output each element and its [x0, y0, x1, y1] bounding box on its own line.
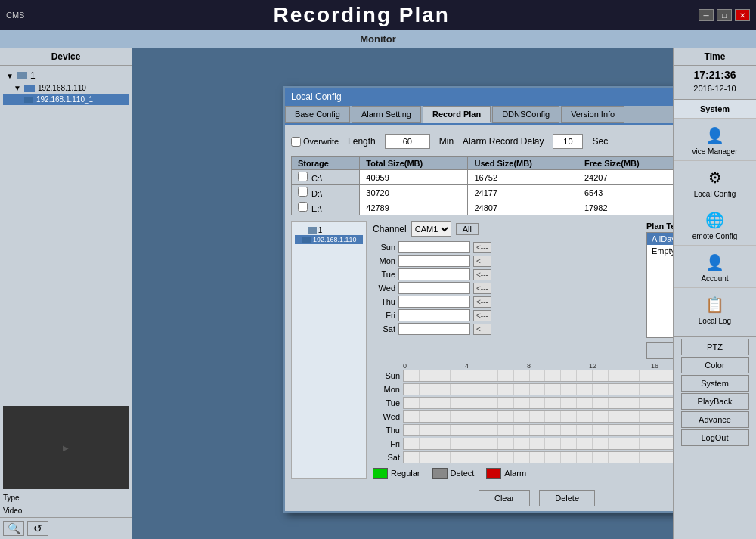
- sidebar-preview: ▶: [3, 406, 129, 489]
- local-log-label: Local Log: [699, 317, 731, 325]
- dialog-title-label: Local Config: [291, 91, 342, 102]
- wed-bar[interactable]: [398, 282, 470, 294]
- time-display: 17:21:36: [674, 66, 756, 84]
- col-total: Total Size(MB): [360, 157, 468, 170]
- legend-detect-color: [432, 468, 448, 479]
- length-input[interactable]: [385, 134, 430, 149]
- overwrite-checkbox-label[interactable]: Overwrite: [291, 137, 339, 147]
- color-button[interactable]: Color: [681, 357, 749, 373]
- advance-button[interactable]: Advance: [681, 411, 749, 428]
- account-icon: 👤: [703, 250, 727, 274]
- plan-section: Channel CAM1 CAM2 CAM3 CAM4 All: [373, 221, 673, 359]
- right-menu-local-log[interactable]: 📋 Local Log: [674, 288, 756, 330]
- timeline-row-wed: Wed: [373, 410, 673, 423]
- clear-button[interactable]: Clear: [479, 490, 530, 506]
- day-row-tue: Tue <---: [373, 268, 640, 280]
- top-controls: Overwrite Length Min Alarm Record Delay …: [291, 131, 673, 152]
- ptz-button[interactable]: PTZ: [681, 339, 749, 355]
- channel-select[interactable]: CAM1 CAM2 CAM3 CAM4: [411, 221, 451, 237]
- sat-arrow[interactable]: <---: [473, 324, 491, 335]
- col-free: Free Size(MB): [578, 157, 673, 170]
- refresh-button[interactable]: ↺: [27, 521, 48, 536]
- timeline-bar-thu[interactable]: [403, 424, 673, 436]
- length-label: Length: [348, 136, 376, 147]
- remote-config-label: emote Config: [692, 232, 737, 240]
- dtree-item-dvr[interactable]: 192.168.1.110: [295, 235, 363, 244]
- day-row-fri: Fri <---: [373, 309, 640, 321]
- timeline-container: 0 4 8 12 16 20 24 SunMonTueWedThuFriSat: [373, 362, 673, 479]
- search-button[interactable]: 🔍: [3, 521, 24, 536]
- wed-arrow[interactable]: <---: [473, 283, 491, 294]
- tue-bar[interactable]: [398, 268, 470, 280]
- timeline-bar-tue[interactable]: [403, 397, 673, 409]
- timeline-bar-mon[interactable]: [403, 383, 673, 395]
- minimize-button[interactable]: ─: [699, 9, 714, 21]
- sun-bar[interactable]: [398, 241, 470, 253]
- sat-bar[interactable]: [398, 323, 470, 335]
- delete-button[interactable]: Delete: [539, 490, 595, 506]
- right-menu-remote-config[interactable]: 🌐 emote Config: [674, 203, 756, 246]
- fri-bar[interactable]: [398, 309, 470, 321]
- remote-config-icon: 🌐: [703, 208, 727, 232]
- device-sub-tree: ── 1 192.168.1.110: [291, 221, 367, 479]
- tab-version-info[interactable]: Version Info: [561, 106, 624, 123]
- col-used: Used Size(MB): [468, 157, 578, 170]
- timeline-rows: SunMonTueWedThuFriSat: [373, 370, 673, 463]
- plan-item-allday[interactable]: AllDay: [647, 233, 673, 245]
- table-row: C:\ 40959 16752 24207 % 59: [292, 170, 674, 185]
- tree-icon-root: [17, 72, 27, 79]
- timeline-bar-sun[interactable]: [403, 370, 673, 382]
- thu-arrow[interactable]: <---: [473, 296, 491, 308]
- maximize-button[interactable]: □: [717, 9, 732, 21]
- all-button[interactable]: All: [456, 223, 479, 235]
- overwrite-checkbox[interactable]: [291, 137, 301, 147]
- logout-button[interactable]: LogOut: [681, 429, 749, 446]
- storage-c-checkbox[interactable]: [298, 172, 308, 181]
- timeline-bar-sat[interactable]: [403, 451, 673, 463]
- mon-arrow[interactable]: <---: [473, 256, 491, 267]
- right-menu-device-manager[interactable]: 👤 vice Manager: [674, 119, 756, 161]
- legend-alarm-color: [486, 468, 501, 479]
- table-row: E:\ 42789 24807 17982 % 42: [292, 200, 674, 215]
- tree-item-root[interactable]: ▼ 1: [3, 69, 129, 82]
- system-button[interactable]: System: [681, 375, 749, 392]
- right-menu-local-config[interactable]: ⚙ Local Config: [674, 161, 756, 203]
- timeline-bar-fri[interactable]: [403, 438, 673, 450]
- fri-arrow[interactable]: <---: [473, 310, 491, 321]
- schedule-grid: Channel CAM1 CAM2 CAM3 CAM4 All: [373, 221, 640, 359]
- storage-e-checkbox[interactable]: [298, 202, 308, 212]
- legend-detect: Detect: [432, 468, 475, 479]
- tab-alarm-setting[interactable]: Alarm Setting: [352, 106, 421, 123]
- thu-bar[interactable]: [398, 296, 470, 308]
- tab-base-config[interactable]: Base Config: [285, 106, 350, 123]
- tree-item-cam[interactable]: 192.168.1.110_1: [3, 94, 129, 105]
- tree-item-dvr[interactable]: ▼ 192.168.1.110: [3, 82, 129, 94]
- dtree-icon-root: [308, 227, 317, 234]
- day-row-mon: Mon <---: [373, 255, 640, 267]
- timeline-bar-wed[interactable]: [403, 410, 673, 423]
- tab-ddns-config[interactable]: DDNSConfig: [492, 106, 559, 123]
- plan-template-title: Plan Template: [646, 221, 673, 231]
- playback-button[interactable]: PlayBack: [681, 393, 749, 410]
- tab-record-plan[interactable]: Record Plan: [423, 106, 491, 123]
- sun-arrow[interactable]: <---: [473, 242, 491, 253]
- local-log-icon: 📋: [703, 293, 727, 317]
- sec-label: Sec: [592, 136, 608, 147]
- tree-icon-cam: [24, 97, 33, 103]
- right-buttons: PTZ Color System PlayBack Advance LogOut: [674, 336, 756, 448]
- legend-regular-color: [373, 468, 388, 479]
- timeline-row-mon: Mon: [373, 383, 673, 395]
- plan-item-empty[interactable]: Empty: [647, 245, 673, 257]
- timeline-row-thu: Thu: [373, 424, 673, 436]
- mon-bar[interactable]: [398, 255, 470, 267]
- min-label: Min: [439, 136, 454, 147]
- right-menu-account[interactable]: 👤 Account: [674, 246, 756, 288]
- dtree-item-root[interactable]: ── 1: [295, 225, 363, 235]
- storage-d-checkbox[interactable]: [298, 187, 308, 197]
- delay-input[interactable]: [553, 134, 583, 149]
- app-title: CMS: [6, 11, 24, 20]
- edit-template-button[interactable]: Edit Template: [646, 342, 673, 359]
- tue-arrow[interactable]: <---: [473, 269, 491, 280]
- type-label: Type: [3, 494, 20, 502]
- close-button[interactable]: ✕: [735, 9, 750, 21]
